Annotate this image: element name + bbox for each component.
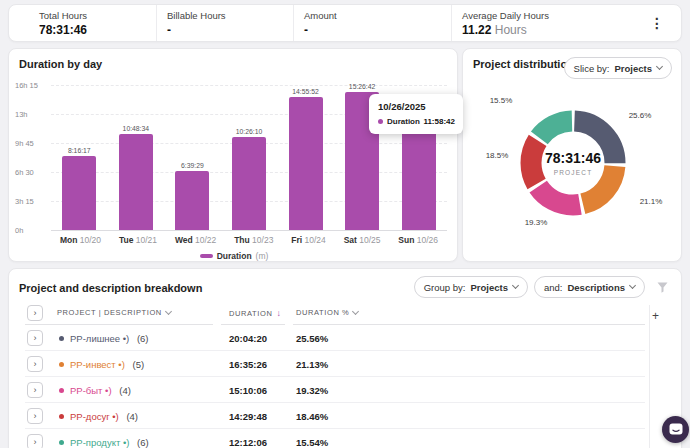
expand-row-button[interactable]: › xyxy=(27,382,43,398)
chevron-right-icon: › xyxy=(34,411,37,421)
description-count: (4) xyxy=(124,411,138,422)
expand-row-button[interactable]: › xyxy=(27,434,43,448)
y-tick-label: 0h xyxy=(15,226,23,235)
tooltip-date: 10/26/2025 xyxy=(378,101,455,112)
description-count: (4) xyxy=(117,385,131,396)
y-tick-label: 9h 45 xyxy=(15,139,34,148)
summary-billable-hours: Billable Hours - xyxy=(156,5,293,41)
duration-bar[interactable] xyxy=(175,171,209,230)
bar-column[interactable]: 6:39:29 xyxy=(166,162,218,230)
bar-value-label: 6:39:29 xyxy=(181,162,204,169)
kebab-menu-icon[interactable]: ⋮ xyxy=(645,12,669,34)
tooltip-series-dot xyxy=(378,119,383,124)
add-column-button[interactable]: + xyxy=(652,309,659,323)
bar-column[interactable]: 8:16:17 xyxy=(53,147,105,230)
filter-button[interactable] xyxy=(651,276,673,298)
donut-segment-label: 15.5% xyxy=(490,96,513,105)
expand-row-button[interactable]: › xyxy=(27,408,43,424)
x-tick-label: Thu 10/23 xyxy=(234,235,273,245)
donut-chart: 78:31:46 PROJECT 25.6%21.1%19.3%18.5%15.… xyxy=(509,99,637,227)
and-dropdown[interactable]: and:Descriptions xyxy=(534,276,645,298)
summary-value: 11.22 Hours xyxy=(462,23,637,37)
x-tick-label: Wed 10/22 xyxy=(175,235,216,245)
duration-bar[interactable] xyxy=(402,123,436,230)
summary-value: 78:31:46 xyxy=(39,23,148,37)
bar-column[interactable]: 14:55:52 xyxy=(280,88,332,230)
donut-svg[interactable] xyxy=(509,99,637,227)
column-header-project[interactable]: PROJECT | DESCRIPTION xyxy=(57,308,171,317)
row-duration-pct: 21.13% xyxy=(296,359,328,370)
chevron-right-icon: › xyxy=(34,308,37,318)
project-color-dot xyxy=(59,414,64,419)
summary-value: - xyxy=(304,23,443,37)
summary-value: - xyxy=(167,23,285,37)
and-label: and: xyxy=(544,282,563,293)
duration-bar[interactable] xyxy=(232,137,266,230)
row-duration-pct: 19.32% xyxy=(296,385,328,396)
summary-total-hours: Total Hours 78:31:46 xyxy=(9,5,156,41)
x-tick-label: Fri 10/24 xyxy=(291,235,326,245)
funnel-icon xyxy=(656,281,669,294)
table-row: › РР-инвест •) (5) 16:35:26 21.13% xyxy=(9,351,681,377)
legend-label: Duration xyxy=(217,251,252,261)
table-column-headers: › PROJECT | DESCRIPTION DURATION↓ DURATI… xyxy=(9,305,681,325)
y-tick-label: 16h 15 xyxy=(15,81,38,90)
chevron-right-icon: › xyxy=(34,437,37,447)
column-header-duration[interactable]: DURATION↓ xyxy=(229,308,282,318)
x-tick-label: Sat 10/25 xyxy=(344,235,381,245)
expand-row-button[interactable]: › xyxy=(27,330,43,346)
y-tick-label: 13h xyxy=(15,110,28,119)
donut-segment-label: 25.6% xyxy=(629,111,652,120)
bar-value-label: 10:48:34 xyxy=(123,125,149,132)
row-duration: 16:35:26 xyxy=(229,359,267,370)
chat-launcher-button[interactable] xyxy=(662,416,689,443)
bar-column[interactable]: 10:48:34 xyxy=(110,125,162,230)
project-name: РР-инвест •) (5) xyxy=(70,359,144,370)
project-distribution-card: Project distribution Slice by:Projects 7… xyxy=(462,48,682,262)
y-tick-label: 6h 30 xyxy=(15,168,34,177)
table-row: › РР-досуг •) (4) 14:29:48 18.46% xyxy=(9,403,681,429)
slice-by-value: Projects xyxy=(615,63,653,74)
project-color-dot xyxy=(59,336,64,341)
tooltip-series-name: Duration xyxy=(387,117,420,126)
chevron-down-icon xyxy=(512,282,519,289)
donut-title: Project distribution xyxy=(473,58,574,70)
summary-label: Average Daily Hours xyxy=(462,10,637,21)
legend-swatch xyxy=(200,254,213,258)
chat-bubble-icon xyxy=(669,423,683,436)
x-tick-label: Tue 10/21 xyxy=(119,235,157,245)
chart-title: Duration by day xyxy=(19,58,102,70)
chevron-down-icon xyxy=(656,63,663,70)
row-duration: 20:04:20 xyxy=(229,333,267,344)
column-header-duration-pct[interactable]: DURATION % xyxy=(296,308,358,317)
slice-by-label: Slice by: xyxy=(574,63,610,74)
project-color-dot xyxy=(59,362,64,367)
x-axis-labels: Mon 10/20Tue 10/21Wed 10/22Thu 10/23Fri … xyxy=(51,235,447,245)
bar-column[interactable]: 10:26:10 xyxy=(223,128,275,230)
duration-bar[interactable] xyxy=(119,134,153,230)
x-tick-label: Mon 10/20 xyxy=(60,235,101,245)
expand-all-button[interactable]: › xyxy=(27,305,43,321)
duration-bar[interactable] xyxy=(62,156,96,230)
table-row: › РР-быт •) (4) 15:10:06 19.32% xyxy=(9,377,681,403)
breakdown-table-card: Project and description breakdown Group … xyxy=(8,268,682,448)
description-count: (5) xyxy=(130,359,144,370)
summary-label: Billable Hours xyxy=(167,10,285,21)
duration-bar[interactable] xyxy=(289,97,323,230)
expand-row-button[interactable]: › xyxy=(27,356,43,372)
chart-legend: Duration (m) xyxy=(9,251,459,261)
description-count: (6) xyxy=(134,437,148,448)
duration-by-day-card: Duration by day 8:16:1710:48:346:39:2910… xyxy=(8,48,458,262)
project-name: РР-продукт •) (6) xyxy=(70,437,149,448)
slice-by-dropdown[interactable]: Slice by:Projects xyxy=(564,57,672,79)
summary-bar: Total Hours 78:31:46 Billable Hours - Am… xyxy=(8,4,682,42)
group-by-dropdown[interactable]: Group by:Projects xyxy=(414,276,528,298)
sort-desc-icon: ↓ xyxy=(276,308,281,318)
group-by-value: Projects xyxy=(470,282,508,293)
project-name: РР-быт •) (4) xyxy=(70,385,131,396)
group-by-label: Group by: xyxy=(424,282,466,293)
table-row: › РР-продукт •) (6) 12:12:06 15.54% xyxy=(9,429,681,448)
x-tick-label: Sun 10/26 xyxy=(398,235,438,245)
and-value: Descriptions xyxy=(567,282,625,293)
row-duration: 12:12:06 xyxy=(229,437,267,448)
